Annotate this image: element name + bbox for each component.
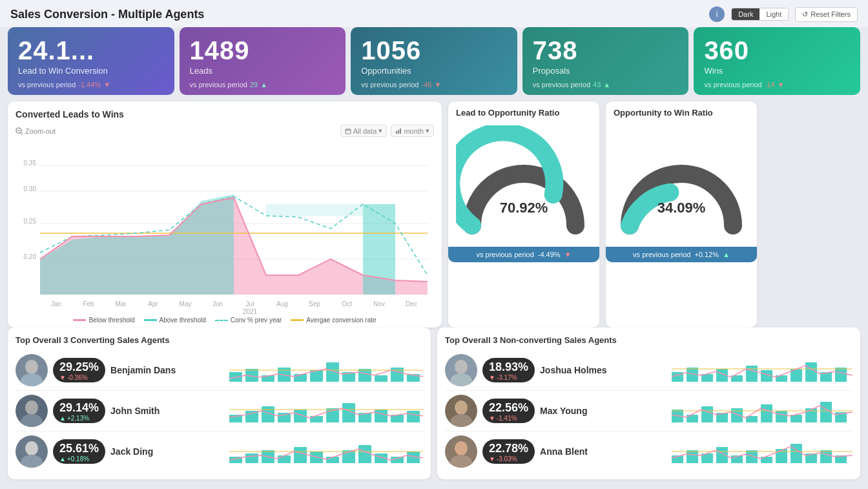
svg-text:0.20: 0.20 (24, 253, 37, 260)
kpi-vs-wins: vs previous period -14 (704, 81, 850, 88)
agent-name-john: John Smith (110, 406, 224, 416)
agent-badge-benjamin: 29.25% -0.36% (53, 358, 105, 382)
agent-row: 29.14% +2.13% John Smith (16, 391, 423, 432)
opp-to-win-donut: 34.09% (614, 125, 749, 242)
svg-rect-131 (820, 450, 832, 463)
legend-avg-rate: Avergae conversion rate (291, 317, 376, 324)
kpi-card-lead-win: 24.1... Lead to Win Conversion vs previo… (8, 27, 174, 95)
svg-rect-74 (245, 453, 258, 463)
kpi-arrow-opportunities (434, 81, 441, 88)
avatar-john (16, 395, 48, 427)
kpi-value-opportunities: 1056 (361, 36, 507, 65)
svg-rect-94 (746, 366, 758, 382)
svg-text:34.09%: 34.09% (657, 200, 706, 216)
mini-chart-joshua (672, 356, 852, 385)
agent-badge-jack: 25.61% +0.18% (53, 439, 105, 464)
svg-point-103 (455, 401, 468, 415)
svg-text:Mar: Mar (115, 300, 127, 307)
svg-text:2021: 2021 (243, 308, 258, 314)
svg-rect-7 (396, 131, 397, 134)
kpi-card-opportunities: 1056 Opportunities vs previous period -4… (351, 27, 517, 95)
kpi-vs-opportunities: vs previous period -45 (361, 81, 507, 88)
kpi-value-proposals: 738 (533, 36, 679, 65)
calendar-icon (345, 128, 351, 134)
legend-below: Below threshold (73, 317, 134, 324)
agent-row: 25.61% +0.18% Jack Ding (16, 432, 423, 472)
svg-text:0.25: 0.25 (24, 218, 37, 225)
agent-badge-joshua: 18.93% -3.17% (482, 358, 535, 382)
svg-rect-107 (701, 406, 713, 422)
avatar-jack (16, 435, 48, 468)
kpi-card-wins: 360 Wins vs previous period -14 (694, 27, 860, 95)
svg-text:Aug: Aug (276, 300, 288, 307)
dark-mode-button[interactable]: Dark (732, 8, 760, 20)
dropdown-arrow-icon: ▾ (378, 127, 382, 135)
lead-to-opp-content: 70.92% (448, 120, 599, 242)
svg-rect-112 (776, 411, 787, 422)
agent-badge-anna: 22.78% -3.03% (482, 439, 535, 464)
svg-text:Jul: Jul (246, 300, 254, 307)
reset-filters-button[interactable]: ↺ Reset Filters (795, 7, 858, 22)
svg-rect-109 (731, 408, 743, 422)
svg-rect-81 (358, 445, 371, 463)
lead-to-opp-vs: vs previous period -4.49% (448, 247, 599, 262)
opp-to-win-content: 34.09% (606, 120, 757, 242)
svg-rect-122 (687, 450, 698, 463)
svg-rect-58 (245, 411, 258, 422)
kpi-value-lead-win: 24.1... (18, 36, 164, 65)
header-controls: i Dark Light ↺ Reset Filters (709, 6, 858, 22)
agent-name-jack: Jack Ding (110, 446, 224, 457)
agent-row: 22.78% -3.03% Anna Blent (445, 432, 852, 472)
svg-text:0.30: 0.30 (24, 185, 37, 192)
svg-rect-68 (407, 411, 420, 422)
agents-section: Top Overall 3 Converting Sales Agents 29… (0, 328, 868, 486)
kpi-arrow-wins (778, 81, 785, 88)
kpi-vs-lead-win: vs previous period -1.44% (18, 81, 164, 88)
kpi-vs-leads: vs previous period 29 (190, 81, 336, 88)
svg-rect-128 (776, 449, 787, 463)
kpi-label-wins: Wins (704, 66, 850, 76)
svg-rect-129 (790, 444, 802, 463)
avatar-benjamin (16, 354, 48, 386)
mini-chart-benjamin (229, 356, 423, 385)
kpi-label-opportunities: Opportunities (361, 66, 507, 76)
svg-rect-9 (400, 129, 401, 134)
kpi-arrow-proposals (603, 81, 610, 88)
page-title: Sales Conversion - Multiple Agents (10, 8, 204, 21)
legend-prev-year: Conv % prev year (215, 317, 282, 324)
top-non-converting-panel: Top Overall 3 Non-converting Sales Agent… (437, 328, 860, 479)
reset-icon: ↺ (802, 10, 808, 19)
svg-marker-21 (266, 204, 363, 216)
top-converting-panel: Top Overall 3 Converting Sales Agents 29… (8, 328, 431, 479)
svg-text:0.35: 0.35 (24, 160, 37, 167)
svg-rect-100 (835, 368, 847, 382)
avatar-anna (445, 435, 477, 468)
kpi-label-proposals: Proposals (533, 66, 679, 76)
bar-icon (395, 128, 402, 134)
svg-rect-3 (346, 129, 351, 134)
opp-to-win-vs: vs previous period +0.12% (606, 247, 757, 262)
zoom-out-button[interactable]: Zoom-out (16, 127, 56, 135)
svg-text:Feb: Feb (83, 300, 94, 307)
info-button[interactable]: i (709, 6, 725, 22)
lead-to-opp-donut: 70.92% (456, 125, 592, 242)
svg-line-1 (21, 132, 23, 134)
opp-to-win-panel: Opportunity to Win Ratio 34.09% vs previ… (606, 101, 757, 328)
svg-text:Nov: Nov (373, 300, 385, 307)
month-dropdown[interactable]: month ▾ (391, 125, 434, 137)
charts-row: Converted Leads to Wins Zoom-out All dat… (0, 101, 868, 328)
converted-leads-chart: 0.35 0.30 0.25 0.20 Jan Feb (16, 140, 434, 314)
agent-name-benjamin: Benjamin Dans (110, 365, 224, 375)
all-data-dropdown[interactable]: All data ▾ (340, 125, 388, 137)
kpi-arrow-leads (260, 81, 267, 88)
svg-rect-98 (805, 362, 817, 382)
zoom-icon (16, 127, 23, 135)
mini-chart-anna (672, 437, 852, 466)
converted-leads-title: Converted Leads to Wins (16, 109, 434, 120)
kpi-value-wins: 360 (704, 36, 850, 65)
light-mode-button[interactable]: Light (760, 8, 788, 20)
avatar-joshua (445, 354, 477, 386)
kpi-value-leads: 1489 (190, 36, 336, 65)
svg-text:70.92%: 70.92% (500, 200, 548, 216)
svg-point-55 (25, 401, 38, 415)
